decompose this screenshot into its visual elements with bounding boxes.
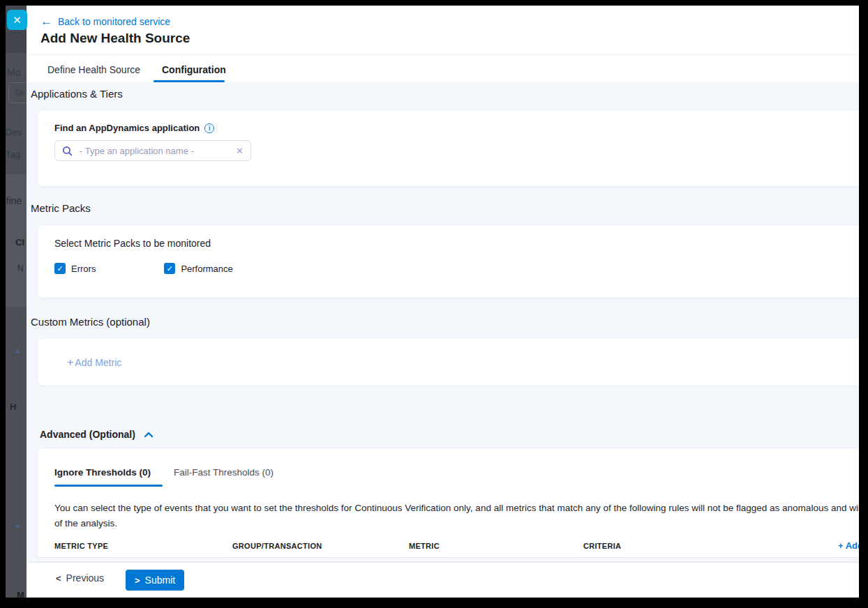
drawer-footer: < Previous > Submit <box>27 562 859 598</box>
metric-packs-checkbox-row: ✓ Errors ✓ Performance <box>54 263 233 274</box>
column-header-metric: METRIC <box>409 542 440 550</box>
background-text-fragment: H <box>10 402 16 412</box>
background-plus-fragment: + <box>15 519 21 531</box>
applications-tiers-card: Find an AppDynamics application i ✕ <box>37 109 859 187</box>
dimmed-background-page: Mo Te Des Tag efine Cl N + H + M <box>6 6 27 598</box>
section-title-applications-tiers: Applications & Tiers <box>31 88 123 100</box>
submit-label: Submit <box>145 575 176 586</box>
back-link-label: Back to monitored service <box>58 16 170 27</box>
section-title-metric-packs: Metric Packs <box>31 202 91 214</box>
chevron-up-icon <box>144 432 154 438</box>
column-header-group-transaction: GROUP/TRANSACTION <box>232 542 322 550</box>
chevron-left-icon: < <box>56 573 61 584</box>
tab-configuration[interactable]: Configuration <box>162 64 226 75</box>
background-text-fragment: Cl <box>15 237 24 248</box>
advanced-optional-toggle[interactable]: Advanced (Optional) <box>40 429 154 440</box>
close-drawer-button[interactable]: ✕ <box>7 10 27 30</box>
active-inner-tab-underline <box>54 485 163 487</box>
metric-packs-subtitle: Select Metric Packs to be monitored <box>54 238 211 249</box>
previous-label: Previous <box>66 572 104 584</box>
clear-search-icon[interactable]: ✕ <box>236 146 244 156</box>
plus-icon: + <box>67 356 73 369</box>
thresholds-card: Ignore Thresholds (0) Fail-Fast Threshol… <box>37 448 859 562</box>
advanced-optional-label: Advanced (Optional) <box>40 429 135 440</box>
tab-fail-fast-thresholds[interactable]: Fail-Fast Thresholds (0) <box>174 467 274 478</box>
empty-table-band <box>38 557 859 562</box>
back-arrow-icon: ← <box>40 17 52 26</box>
configuration-content: Applications & Tiers Find an AppDynamics… <box>27 82 859 562</box>
chevron-right-icon: > <box>135 575 140 586</box>
page-title: Add New Health Source <box>40 31 190 46</box>
search-icon <box>62 146 73 156</box>
errors-checkbox-label: Errors <box>71 264 96 274</box>
tab-ignore-thresholds[interactable]: Ignore Thresholds (0) <box>54 467 151 478</box>
background-text-fragment: N <box>17 264 24 273</box>
background-text-fragment: Des <box>6 127 22 137</box>
screenshot-frame: Mo Te Des Tag efine Cl N + H + M ✕ ← Bac… <box>0 0 868 608</box>
find-application-label: Find an AppDynamics application i <box>54 123 214 133</box>
add-metric-button[interactable]: + Add Metric <box>67 356 121 369</box>
previous-button[interactable]: < Previous <box>56 572 104 584</box>
column-header-criteria: CRITERIA <box>583 542 621 550</box>
tab-define-health-source[interactable]: Define Health Source <box>47 64 140 75</box>
close-icon: ✕ <box>13 14 22 26</box>
info-icon[interactable]: i <box>204 123 214 133</box>
column-header-metric-type: METRIC TYPE <box>54 542 108 550</box>
performance-checkbox[interactable]: ✓ <box>164 263 175 274</box>
add-threshold-button[interactable]: + Add Threshold <box>838 540 859 551</box>
background-text-fragment: Te <box>14 88 24 98</box>
custom-metrics-card: + Add Metric <box>37 337 859 386</box>
add-health-source-drawer: ← Back to monitored service Add New Heal… <box>27 6 859 598</box>
back-to-monitored-service-link[interactable]: ← Back to monitored service <box>40 16 170 27</box>
check-icon: ✓ <box>167 264 173 273</box>
thresholds-description-line1: You can select the type of events that y… <box>54 503 859 513</box>
thresholds-description-line2: of the analysis. <box>54 518 117 529</box>
application-search-input[interactable] <box>80 146 229 156</box>
submit-button[interactable]: > Submit <box>126 570 184 591</box>
errors-checkbox[interactable]: ✓ <box>54 263 66 274</box>
check-icon: ✓ <box>57 264 63 273</box>
background-text-fragment: Tag <box>6 149 20 160</box>
performance-checkbox-label: Performance <box>181 264 232 274</box>
metric-packs-card: Select Metric Packs to be monitored ✓ Er… <box>37 225 859 298</box>
background-plus-fragment: + <box>15 345 21 357</box>
section-title-custom-metrics: Custom Metrics (optional) <box>31 316 150 328</box>
wizard-tab-bar: Define Health Source Configuration <box>27 55 859 82</box>
application-search-box: ✕ <box>54 140 251 161</box>
background-text-fragment: M <box>17 590 24 598</box>
dimmed-block <box>6 31 27 53</box>
background-text-fragment: efine <box>6 195 22 206</box>
add-metric-label: Add Metric <box>75 357 121 368</box>
background-text-fragment: Mo <box>7 67 20 78</box>
